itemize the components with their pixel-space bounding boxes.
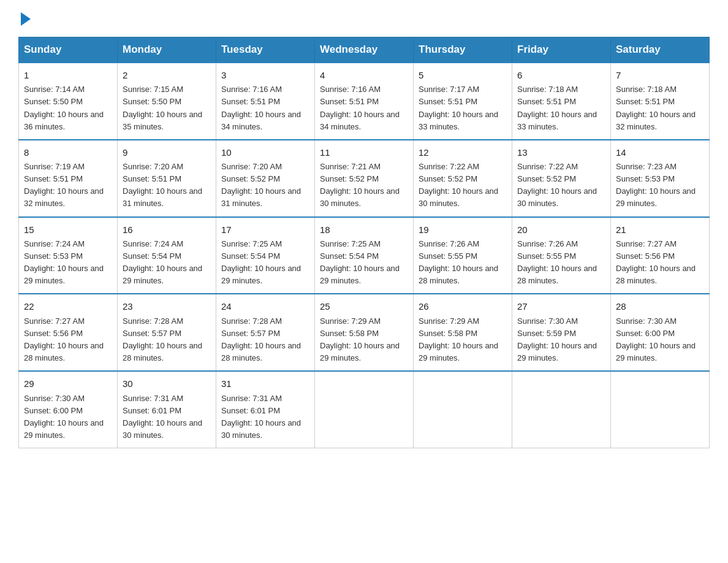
sunrise-line: Sunrise: 7:28 AM: [123, 316, 183, 326]
daylight-line: Daylight: 10 hours and 29 minutes.: [517, 341, 597, 362]
day-number: 12: [419, 145, 507, 159]
sunrise-line: Sunrise: 7:27 AM: [616, 239, 677, 248]
sunrise-line: Sunrise: 7:31 AM: [123, 394, 183, 403]
sunrise-line: Sunrise: 7:27 AM: [24, 316, 85, 326]
daylight-line: Daylight: 10 hours and 32 minutes.: [616, 110, 696, 131]
daylight-line: Daylight: 10 hours and 29 minutes.: [24, 264, 104, 285]
sunset-line: Sunset: 5:56 PM: [616, 251, 675, 261]
daylight-line: Daylight: 10 hours and 29 minutes.: [123, 264, 202, 285]
day-number: 2: [123, 68, 211, 82]
calendar-cell: 16Sunrise: 7:24 AMSunset: 5:54 PMDayligh…: [118, 217, 216, 294]
calendar-cell: 21Sunrise: 7:27 AMSunset: 5:56 PMDayligh…: [611, 217, 710, 294]
day-number: 3: [221, 68, 309, 82]
calendar-cell: 29Sunrise: 7:30 AMSunset: 6:00 PMDayligh…: [19, 371, 118, 448]
sunset-line: Sunset: 5:52 PM: [320, 174, 379, 183]
day-number: 28: [616, 299, 704, 313]
sunrise-line: Sunrise: 7:29 AM: [320, 316, 381, 326]
calendar-cell: 11Sunrise: 7:21 AMSunset: 5:52 PMDayligh…: [315, 140, 414, 217]
calendar-cell: 24Sunrise: 7:28 AMSunset: 5:57 PMDayligh…: [216, 294, 315, 371]
day-number: 15: [24, 223, 112, 237]
calendar-cell: 12Sunrise: 7:22 AMSunset: 5:52 PMDayligh…: [414, 140, 512, 217]
day-number: 24: [221, 299, 309, 313]
sunset-line: Sunset: 5:58 PM: [419, 329, 477, 338]
sunset-line: Sunset: 5:58 PM: [320, 329, 379, 338]
day-number: 7: [616, 68, 704, 82]
sunset-line: Sunset: 6:01 PM: [221, 406, 280, 415]
daylight-line: Daylight: 10 hours and 36 minutes.: [24, 110, 104, 131]
sunset-line: Sunset: 6:00 PM: [24, 406, 83, 415]
calendar-cell: 7Sunrise: 7:18 AMSunset: 5:51 PMDaylight…: [611, 63, 710, 140]
daylight-line: Daylight: 10 hours and 28 minutes.: [517, 264, 597, 285]
day-number: 27: [517, 299, 605, 313]
calendar-cell: 17Sunrise: 7:25 AMSunset: 5:54 PMDayligh…: [216, 217, 315, 294]
sunrise-line: Sunrise: 7:21 AM: [320, 162, 381, 171]
daylight-line: Daylight: 10 hours and 35 minutes.: [123, 110, 202, 131]
sunset-line: Sunset: 5:51 PM: [517, 97, 576, 106]
calendar-cell: 15Sunrise: 7:24 AMSunset: 5:53 PMDayligh…: [19, 217, 118, 294]
sunrise-line: Sunrise: 7:16 AM: [320, 85, 381, 94]
daylight-line: Daylight: 10 hours and 32 minutes.: [24, 186, 104, 208]
sunset-line: Sunset: 5:50 PM: [24, 97, 83, 106]
daylight-line: Daylight: 10 hours and 33 minutes.: [517, 110, 597, 131]
calendar-week-1: 1Sunrise: 7:14 AMSunset: 5:50 PMDaylight…: [19, 63, 710, 140]
sunset-line: Sunset: 5:55 PM: [419, 251, 477, 261]
daylight-line: Daylight: 10 hours and 34 minutes.: [320, 110, 400, 131]
header-day-thursday: Thursday: [414, 37, 512, 63]
calendar-cell: 14Sunrise: 7:23 AMSunset: 5:53 PMDayligh…: [611, 140, 710, 217]
calendar-cell: 3Sunrise: 7:16 AMSunset: 5:51 PMDaylight…: [216, 63, 315, 140]
day-number: 26: [419, 299, 507, 313]
calendar-cell: 28Sunrise: 7:30 AMSunset: 6:00 PMDayligh…: [611, 294, 710, 371]
day-number: 11: [320, 145, 408, 159]
daylight-line: Daylight: 10 hours and 29 minutes.: [616, 186, 696, 208]
sunset-line: Sunset: 6:01 PM: [123, 406, 181, 415]
header-day-sunday: Sunday: [19, 37, 118, 63]
calendar-week-3: 15Sunrise: 7:24 AMSunset: 5:53 PMDayligh…: [19, 217, 710, 294]
calendar-week-5: 29Sunrise: 7:30 AMSunset: 6:00 PMDayligh…: [19, 371, 710, 448]
sunset-line: Sunset: 5:54 PM: [221, 251, 280, 261]
day-number: 19: [419, 223, 507, 237]
sunrise-line: Sunrise: 7:19 AM: [24, 162, 85, 171]
daylight-line: Daylight: 10 hours and 29 minutes.: [24, 418, 104, 440]
header-row: SundayMondayTuesdayWednesdayThursdayFrid…: [19, 37, 710, 63]
calendar-week-2: 8Sunrise: 7:19 AMSunset: 5:51 PMDaylight…: [19, 140, 710, 217]
calendar-table: SundayMondayTuesdayWednesdayThursdayFrid…: [18, 37, 710, 448]
day-number: 29: [24, 377, 112, 391]
day-number: 10: [221, 145, 309, 159]
day-number: 13: [517, 145, 605, 159]
daylight-line: Daylight: 10 hours and 28 minutes.: [616, 264, 696, 285]
daylight-line: Daylight: 10 hours and 34 minutes.: [221, 110, 301, 131]
daylight-line: Daylight: 10 hours and 28 minutes.: [419, 264, 498, 285]
daylight-line: Daylight: 10 hours and 31 minutes.: [221, 186, 301, 208]
daylight-line: Daylight: 10 hours and 29 minutes.: [221, 264, 301, 285]
sunset-line: Sunset: 5:51 PM: [24, 174, 83, 183]
calendar-cell: 18Sunrise: 7:25 AMSunset: 5:54 PMDayligh…: [315, 217, 414, 294]
daylight-line: Daylight: 10 hours and 31 minutes.: [123, 186, 202, 208]
day-number: 9: [123, 145, 211, 159]
daylight-line: Daylight: 10 hours and 29 minutes.: [616, 341, 696, 362]
sunrise-line: Sunrise: 7:18 AM: [517, 85, 578, 94]
day-number: 22: [24, 299, 112, 313]
day-number: 1: [24, 68, 112, 82]
calendar-cell: 6Sunrise: 7:18 AMSunset: 5:51 PMDaylight…: [512, 63, 611, 140]
sunset-line: Sunset: 5:54 PM: [123, 251, 181, 261]
sunrise-line: Sunrise: 7:22 AM: [419, 162, 479, 171]
day-number: 30: [123, 377, 211, 391]
day-number: 23: [123, 299, 211, 313]
header-day-monday: Monday: [118, 37, 216, 63]
calendar-cell: 25Sunrise: 7:29 AMSunset: 5:58 PMDayligh…: [315, 294, 414, 371]
sunset-line: Sunset: 5:53 PM: [24, 251, 83, 261]
sunrise-line: Sunrise: 7:31 AM: [221, 394, 282, 403]
sunrise-line: Sunrise: 7:16 AM: [221, 85, 282, 94]
calendar-cell: [512, 371, 611, 448]
calendar-cell: 30Sunrise: 7:31 AMSunset: 6:01 PMDayligh…: [118, 371, 216, 448]
sunset-line: Sunset: 5:53 PM: [616, 174, 675, 183]
sunset-line: Sunset: 5:59 PM: [517, 329, 576, 338]
sunset-line: Sunset: 5:57 PM: [221, 329, 280, 338]
header-day-wednesday: Wednesday: [315, 37, 414, 63]
sunset-line: Sunset: 5:56 PM: [24, 329, 83, 338]
daylight-line: Daylight: 10 hours and 28 minutes.: [24, 341, 104, 362]
sunset-line: Sunset: 5:52 PM: [419, 174, 477, 183]
header-day-friday: Friday: [512, 37, 611, 63]
sunrise-line: Sunrise: 7:26 AM: [517, 239, 578, 248]
sunrise-line: Sunrise: 7:30 AM: [24, 394, 85, 403]
